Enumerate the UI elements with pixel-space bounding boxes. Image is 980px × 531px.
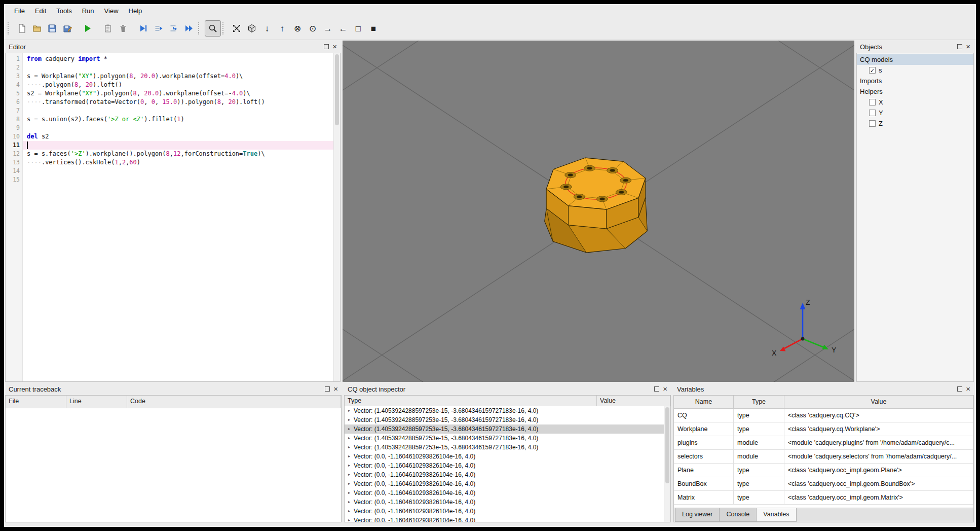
menu-tools[interactable]: Tools — [51, 6, 77, 16]
inspector-row[interactable]: ▸Vector: (0.0, -1.1604610293826104e-16, … — [345, 461, 664, 470]
tree-item-imports[interactable]: Imports — [857, 76, 973, 86]
expand-arrow-icon[interactable]: ▸ — [347, 470, 352, 479]
code-line[interactable]: del s2 — [23, 132, 333, 141]
left-view-button[interactable]: → — [320, 21, 335, 36]
code-line[interactable] — [23, 107, 333, 115]
variables-row[interactable]: Workplanetype<class 'cadquery.cq.Workpla… — [674, 422, 973, 436]
inspector-scrollbar-thumb[interactable] — [665, 407, 669, 483]
editor-scrollbar[interactable] — [333, 53, 340, 381]
delete-button[interactable] — [116, 21, 131, 36]
editor-scrollbar-thumb[interactable] — [335, 54, 339, 125]
inspect-toggle-button[interactable] — [205, 20, 221, 37]
fit-view-button[interactable] — [229, 21, 244, 36]
traceback-col-code[interactable]: Code — [127, 396, 341, 408]
inspector-row[interactable]: ▸Vector: (0.0, -1.1604610293826104e-16, … — [345, 488, 664, 498]
editor-body[interactable]: 123456789101112131415 from cadquery impo… — [5, 53, 341, 382]
variables-row[interactable]: Matrixtype<class 'cadquery.occ_impl.geom… — [674, 491, 973, 505]
cad-model[interactable] — [545, 158, 648, 253]
menu-help[interactable]: Help — [124, 6, 147, 16]
variables-col-value[interactable]: Value — [784, 396, 973, 408]
close-panel-icon[interactable]: × — [333, 386, 338, 392]
inspector-row[interactable]: ▸Vector: (0.0, -1.1604610293826104e-16, … — [345, 516, 664, 522]
inspector-col-value[interactable]: Value — [597, 396, 670, 406]
variables-col-name[interactable]: Name — [674, 396, 734, 408]
inspector-row[interactable]: ▸Vector: (1.4053924288597253e-15, -3.680… — [345, 434, 664, 443]
inspector-row[interactable]: ▸Vector: (1.4053924288597253e-15, -3.680… — [345, 424, 664, 434]
inspector-row[interactable]: ▸Vector: (1.4053924288597253e-15, -3.680… — [345, 443, 664, 452]
code-line[interactable] — [23, 141, 333, 150]
float-panel-icon[interactable] — [325, 386, 330, 392]
inspector-col-type[interactable]: Type — [345, 396, 597, 406]
code-line[interactable] — [23, 167, 333, 175]
menu-run[interactable]: Run — [77, 6, 99, 16]
code-line[interactable]: s = Workplane("XY").polygon(8, 20.0).wor… — [23, 72, 333, 81]
top-view-button[interactable]: ↓ — [259, 21, 275, 36]
open-file-button[interactable] — [29, 21, 45, 36]
close-panel-icon[interactable]: × — [663, 386, 667, 392]
inspector-row[interactable]: ▸Vector: (0.0, -1.1604610293826104e-16, … — [345, 507, 664, 516]
code-line[interactable] — [23, 175, 333, 184]
debug-button[interactable] — [136, 21, 151, 36]
inspector-row[interactable]: ▸Vector: (0.0, -1.1604610293826104e-16, … — [345, 452, 664, 461]
toolbar-drag-handle[interactable] — [8, 22, 12, 34]
code-line[interactable] — [23, 124, 333, 132]
traceback-col-file[interactable]: File — [6, 396, 66, 408]
checkbox-x[interactable] — [869, 99, 876, 105]
checkbox-y[interactable] — [869, 110, 876, 116]
shaded-view-button[interactable]: ■ — [366, 21, 381, 36]
code-line[interactable]: from cadquery import * — [23, 55, 333, 63]
expand-arrow-icon[interactable]: ▸ — [347, 406, 352, 415]
tab-log-viewer[interactable]: Log viewer — [675, 508, 720, 522]
float-panel-icon[interactable] — [957, 44, 962, 49]
variables-row[interactable]: CQtype<class 'cadquery.cq.CQ'> — [674, 409, 973, 422]
editor-code[interactable]: from cadquery import *s = Workplane("XY"… — [23, 53, 333, 381]
inspector-row[interactable]: ▸Vector: (1.4053924288597253e-15, -3.680… — [345, 415, 664, 424]
inspector-row[interactable]: ▸Vector: (0.0, -1.1604610293826104e-16, … — [345, 479, 664, 488]
tab-variables[interactable]: Variables — [756, 508, 796, 522]
close-panel-icon[interactable]: × — [966, 44, 970, 49]
viewport-canvas[interactable]: X Y Z — [343, 41, 854, 382]
code-line[interactable]: ····.polygon(8, 20).loft() — [23, 81, 333, 89]
toolbar-drag-handle[interactable] — [222, 22, 227, 34]
code-line[interactable] — [23, 63, 333, 72]
tree-item-s[interactable]: ✓s — [857, 65, 973, 76]
expand-arrow-icon[interactable]: ▸ — [347, 415, 352, 424]
checkbox-z[interactable] — [869, 120, 876, 127]
render-button[interactable] — [100, 21, 116, 36]
tree-item-cq-models[interactable]: CQ models — [857, 54, 973, 65]
inspector-scrollbar[interactable] — [664, 406, 670, 522]
toolbar-drag-handle[interactable] — [198, 22, 202, 34]
variables-row[interactable]: selectorsmodule<module 'cadquery.selecto… — [674, 450, 973, 464]
save-button[interactable] — [45, 21, 60, 36]
expand-arrow-icon[interactable]: ▸ — [347, 479, 352, 488]
back-view-button[interactable]: ⊙ — [305, 21, 320, 36]
code-line[interactable]: s = s.faces('>Z').workplane().polygon(8,… — [23, 150, 333, 158]
wireframe-view-button[interactable]: □ — [351, 21, 366, 36]
expand-arrow-icon[interactable]: ▸ — [347, 443, 352, 452]
expand-arrow-icon[interactable]: ▸ — [347, 424, 352, 434]
expand-arrow-icon[interactable]: ▸ — [347, 498, 352, 507]
float-panel-icon[interactable] — [324, 44, 329, 49]
code-line[interactable]: ····.vertices().cskHole(1,2,60) — [23, 158, 333, 167]
continue-button[interactable] — [181, 21, 197, 36]
expand-arrow-icon[interactable]: ▸ — [347, 452, 352, 461]
close-panel-icon[interactable]: × — [966, 386, 970, 392]
close-panel-icon[interactable]: × — [332, 44, 337, 49]
expand-arrow-icon[interactable]: ▸ — [347, 516, 352, 522]
variables-row[interactable]: Planetype<class 'cadquery.occ_impl.geom.… — [674, 464, 973, 477]
expand-arrow-icon[interactable]: ▸ — [347, 488, 352, 498]
viewport-3d[interactable]: X Y Z — [343, 41, 854, 382]
expand-arrow-icon[interactable]: ▸ — [347, 434, 352, 443]
tree-item-z[interactable]: Z — [857, 118, 973, 129]
float-panel-icon[interactable] — [957, 386, 962, 392]
front-view-button[interactable]: ⊗ — [290, 21, 305, 36]
iso-view-button[interactable] — [244, 21, 259, 36]
variables-row[interactable]: pluginsmodule<module 'cadquery.plugins' … — [674, 436, 973, 450]
variables-col-type[interactable]: Type — [734, 396, 784, 408]
tab-console[interactable]: Console — [719, 508, 757, 522]
right-view-button[interactable]: ← — [335, 21, 351, 36]
inspector-row[interactable]: ▸Vector: (0.0, -1.1604610293826104e-16, … — [345, 498, 664, 507]
run-button[interactable] — [80, 21, 95, 36]
traceback-col-line[interactable]: Line — [66, 396, 127, 408]
menu-file[interactable]: File — [9, 6, 30, 16]
